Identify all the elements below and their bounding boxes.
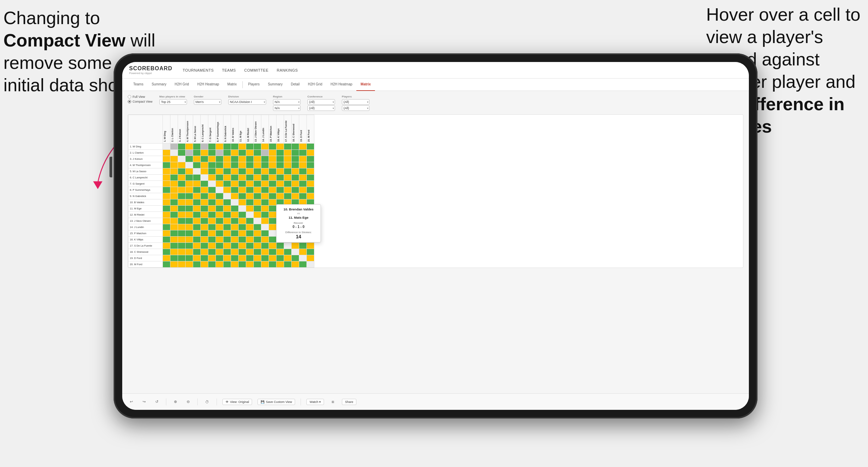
cell-15-11[interactable]	[246, 237, 254, 243]
gender-select[interactable]: Men's Women's	[194, 99, 221, 105]
cell-16-8[interactable]	[223, 243, 231, 249]
cell-8-16[interactable]	[284, 193, 292, 199]
cell-4-9[interactable]	[231, 168, 239, 175]
view-original-button[interactable]: 👁 View: Original	[222, 399, 252, 405]
cell-8-1[interactable]	[170, 193, 178, 199]
cell-7-0[interactable]	[163, 187, 170, 193]
cell-3-15[interactable]	[276, 162, 284, 168]
cell-11-10[interactable]	[239, 212, 246, 218]
cell-18-15[interactable]	[276, 255, 284, 261]
cell-16-0[interactable]	[163, 243, 170, 249]
region-select1[interactable]: N/A	[273, 99, 301, 105]
cell-12-3[interactable]	[186, 218, 193, 224]
cell-19-18[interactable]	[299, 261, 307, 268]
cell-7-3[interactable]	[186, 187, 193, 193]
cell-6-5[interactable]	[201, 181, 208, 187]
cell-19-16[interactable]	[284, 261, 292, 268]
division-select[interactable]: NCAA Division I	[228, 99, 266, 105]
cell-5-2[interactable]	[178, 175, 186, 181]
cell-9-8[interactable]	[223, 199, 231, 206]
cell-13-14[interactable]	[269, 224, 276, 230]
cell-18-18[interactable]	[299, 255, 307, 261]
cell-18-10[interactable]	[239, 255, 246, 261]
cell-9-11[interactable]	[246, 199, 254, 206]
cell-12-1[interactable]	[170, 218, 178, 224]
cell-13-12[interactable]	[254, 224, 261, 230]
cell-9-4[interactable]	[193, 199, 201, 206]
cell-0-3[interactable]	[186, 144, 193, 150]
sub-nav-h2h-heatmap2[interactable]: H2H Heatmap	[326, 79, 356, 91]
cell-7-15[interactable]	[276, 187, 284, 193]
cell-0-19[interactable]	[307, 144, 314, 150]
cell-1-15[interactable]	[276, 150, 284, 156]
cell-13-5[interactable]	[201, 224, 208, 230]
cell-1-11[interactable]	[246, 150, 254, 156]
cell-18-14[interactable]	[269, 255, 276, 261]
cell-2-4[interactable]	[193, 156, 201, 162]
cell-14-9[interactable]	[231, 230, 239, 237]
cell-18-5[interactable]	[201, 255, 208, 261]
cell-14-6[interactable]	[208, 230, 216, 237]
cell-6-10[interactable]	[239, 181, 246, 187]
cell-2-17[interactable]	[292, 156, 299, 162]
cell-2-2[interactable]	[178, 156, 186, 162]
cell-3-8[interactable]	[223, 162, 231, 168]
cell-2-19[interactable]	[307, 156, 314, 162]
cell-8-13[interactable]	[261, 193, 269, 199]
cell-5-11[interactable]	[246, 175, 254, 181]
cell-2-7[interactable]	[216, 156, 223, 162]
cell-11-1[interactable]	[170, 212, 178, 218]
cell-19-7[interactable]	[216, 261, 223, 268]
nav-committee[interactable]: COMMITTEE	[244, 68, 269, 72]
cell-16-18[interactable]	[299, 243, 307, 249]
cell-2-18[interactable]	[299, 156, 307, 162]
cell-16-10[interactable]	[239, 243, 246, 249]
cell-6-13[interactable]	[261, 181, 269, 187]
cell-6-6[interactable]	[208, 181, 216, 187]
cell-8-3[interactable]	[186, 193, 193, 199]
cell-19-8[interactable]	[223, 261, 231, 268]
cell-3-4[interactable]	[193, 162, 201, 168]
cell-0-14[interactable]	[269, 144, 276, 150]
cell-1-12[interactable]	[254, 150, 261, 156]
cell-3-0[interactable]	[163, 162, 170, 168]
cell-3-16[interactable]	[284, 162, 292, 168]
cell-12-8[interactable]	[223, 218, 231, 224]
sub-nav-summary1[interactable]: Summary	[147, 79, 170, 91]
cell-19-4[interactable]	[193, 261, 201, 268]
cell-19-10[interactable]	[239, 261, 246, 268]
nav-tournaments[interactable]: TOURNAMENTS	[183, 68, 214, 72]
cell-3-2[interactable]	[178, 162, 186, 168]
cell-5-7[interactable]	[216, 175, 223, 181]
cell-7-14[interactable]	[269, 187, 276, 193]
cell-8-5[interactable]	[201, 193, 208, 199]
cell-4-2[interactable]	[178, 168, 186, 175]
cell-1-18[interactable]	[299, 150, 307, 156]
cell-13-13[interactable]	[261, 224, 269, 230]
cell-4-17[interactable]	[292, 168, 299, 175]
cell-6-1[interactable]	[170, 181, 178, 187]
cell-5-15[interactable]	[276, 175, 284, 181]
timer-btn[interactable]: ⏱	[203, 398, 211, 405]
cell-19-19[interactable]	[307, 261, 314, 268]
cell-2-9[interactable]	[231, 156, 239, 162]
cell-16-3[interactable]	[186, 243, 193, 249]
cell-17-0[interactable]	[163, 249, 170, 255]
cell-16-2[interactable]	[178, 243, 186, 249]
cell-9-6[interactable]	[208, 199, 216, 206]
cell-13-11[interactable]	[246, 224, 254, 230]
cell-0-2[interactable]	[178, 144, 186, 150]
cell-7-1[interactable]	[170, 187, 178, 193]
cell-15-10[interactable]	[239, 237, 246, 243]
cell-17-19[interactable]	[307, 249, 314, 255]
cell-17-6[interactable]	[208, 249, 216, 255]
cell-5-5[interactable]	[201, 175, 208, 181]
compact-view-radio[interactable]	[128, 100, 131, 103]
cell-2-11[interactable]	[246, 156, 254, 162]
cell-18-1[interactable]	[170, 255, 178, 261]
cell-18-7[interactable]	[216, 255, 223, 261]
cell-10-5[interactable]	[201, 206, 208, 212]
cell-10-8[interactable]	[223, 206, 231, 212]
cell-6-19[interactable]	[307, 181, 314, 187]
cell-19-17[interactable]	[292, 261, 299, 268]
